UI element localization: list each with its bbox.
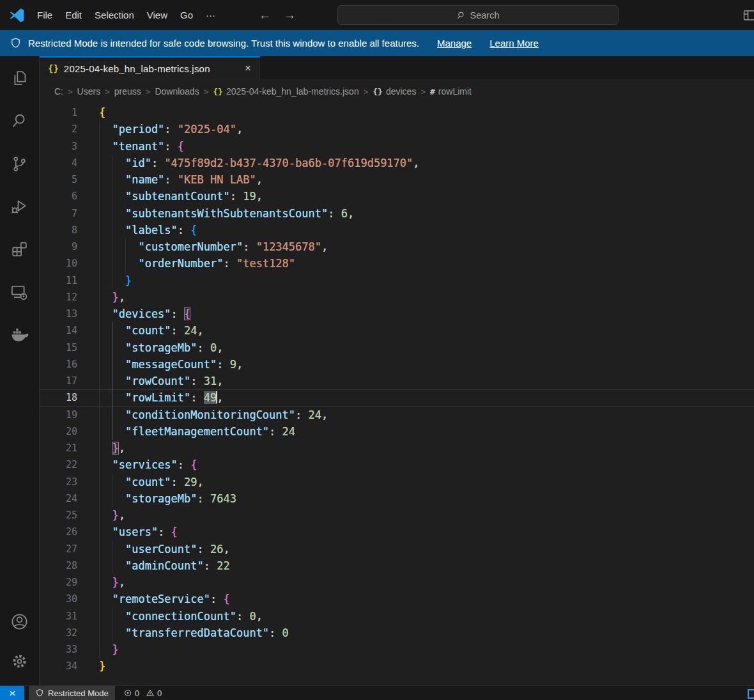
menu-view[interactable]: View bbox=[141, 7, 174, 23]
code-line[interactable]: 33} bbox=[40, 641, 754, 658]
code-text: }, bbox=[94, 289, 754, 306]
breadcrumb-item[interactable]: Downloads bbox=[155, 86, 199, 97]
indent-guide bbox=[99, 423, 112, 440]
activity-settings[interactable] bbox=[5, 646, 35, 676]
code-line[interactable]: 31"connectionCount": 0, bbox=[40, 608, 754, 625]
code-line[interactable]: 32"transferredDataCount": 0 bbox=[40, 625, 754, 641]
menu-edit[interactable]: Edit bbox=[59, 7, 88, 23]
activity-run-and-debug[interactable] bbox=[5, 191, 35, 222]
code-line[interactable]: 21}, bbox=[40, 440, 754, 456]
command-center-search[interactable]: Search bbox=[337, 5, 619, 25]
code-line[interactable]: 11} bbox=[40, 272, 754, 289]
indent-guide bbox=[112, 188, 125, 205]
nav-forward-button[interactable]: → bbox=[284, 8, 296, 22]
indent-guide bbox=[99, 205, 112, 222]
code-line[interactable]: 29}, bbox=[40, 574, 754, 591]
code-line[interactable]: 25}, bbox=[40, 507, 754, 524]
breadcrumb-item[interactable]: Users bbox=[77, 86, 101, 97]
code-text: }, bbox=[94, 440, 754, 456]
breadcrumb-label: Downloads bbox=[155, 86, 199, 97]
code-text: "rowLimit": 49, bbox=[94, 389, 754, 406]
line-number: 21 bbox=[40, 440, 94, 456]
code-line[interactable]: 34} bbox=[40, 658, 754, 674]
activity-extensions[interactable] bbox=[5, 234, 35, 265]
code-line[interactable]: 14"count": 24, bbox=[40, 322, 754, 339]
line-number: 5 bbox=[40, 171, 94, 188]
line-number: 1 bbox=[40, 104, 94, 121]
code-text: "count": 24, bbox=[94, 322, 754, 339]
indent-guide bbox=[99, 524, 112, 540]
code-text: "labels": { bbox=[94, 222, 754, 238]
docker-icon bbox=[10, 325, 29, 345]
breadcrumb-item[interactable]: {}devices bbox=[373, 86, 416, 97]
status-bar: Restricted Mode 0 0 bbox=[0, 685, 754, 700]
status-restricted-mode[interactable]: Restricted Mode bbox=[29, 686, 115, 700]
code-line[interactable]: 1{ bbox=[40, 104, 754, 121]
breadcrumb-item[interactable]: #rowLimit bbox=[430, 86, 472, 97]
code-line[interactable]: 23"count": 29, bbox=[40, 474, 754, 490]
activity-docker[interactable] bbox=[5, 320, 35, 350]
code-text: "remoteService": { bbox=[94, 591, 754, 607]
code-line[interactable]: 30"remoteService": { bbox=[40, 591, 754, 607]
breadcrumb-item[interactable]: C: bbox=[54, 86, 63, 97]
code-line[interactable]: 12}, bbox=[40, 289, 754, 306]
menu-[interactable]: ··· bbox=[199, 7, 222, 23]
line-number: 29 bbox=[40, 574, 94, 591]
code-editor[interactable]: 1{2"period": "2025-04",3"tenant": {4"id"… bbox=[40, 103, 754, 685]
indent-guide bbox=[99, 356, 112, 373]
breadcrumb-item[interactable]: preuss bbox=[114, 86, 141, 97]
code-line[interactable]: 24"storageMb": 7643 bbox=[40, 490, 754, 507]
activity-search[interactable] bbox=[5, 105, 35, 136]
manage-link[interactable]: Manage bbox=[437, 38, 472, 49]
line-number: 9 bbox=[40, 238, 94, 255]
code-text: { bbox=[94, 104, 754, 121]
indent-guide bbox=[99, 641, 112, 658]
search-icon bbox=[457, 11, 466, 20]
activity-remote-explorer[interactable] bbox=[5, 277, 35, 307]
code-line[interactable]: 16"messageCount": 9, bbox=[40, 356, 754, 373]
code-line[interactable]: 18"rowLimit": 49, bbox=[40, 389, 754, 406]
menu-file[interactable]: File bbox=[31, 7, 59, 23]
code-line[interactable]: 6"subtenantCount": 19, bbox=[40, 188, 754, 205]
code-line[interactable]: 17"rowCount": 31, bbox=[40, 373, 754, 389]
code-line[interactable]: 10"orderNumber": "test128" bbox=[40, 255, 754, 272]
code-line[interactable]: 4"id": "475f89d2-b437-4370-ba6b-07f619d5… bbox=[40, 155, 754, 171]
code-line[interactable]: 9"customerNumber": "12345678", bbox=[40, 238, 754, 255]
activity-source-control[interactable] bbox=[5, 148, 35, 179]
layout-customize-icon[interactable] bbox=[742, 8, 754, 24]
code-line[interactable]: 19"conditionMonitoringCount": 24, bbox=[40, 407, 754, 423]
status-problems[interactable]: 0 0 bbox=[123, 686, 165, 700]
indent-guide bbox=[99, 272, 112, 289]
tab-metrics-json[interactable]: {} 2025-04-keb_hn_lab-metrics.json × bbox=[40, 56, 260, 79]
code-line[interactable]: 15"storageMb": 0, bbox=[40, 339, 754, 356]
tab-close-icon[interactable]: × bbox=[243, 62, 253, 75]
code-line[interactable]: 22"services": { bbox=[40, 456, 754, 473]
menu-go[interactable]: Go bbox=[174, 7, 199, 23]
code-line[interactable]: 13"devices": { bbox=[40, 306, 754, 322]
code-line[interactable]: 26"users": { bbox=[40, 524, 754, 540]
code-line[interactable]: 7"subtenantsWithSubtenantsCount": 6, bbox=[40, 205, 754, 222]
code-line[interactable]: 3"tenant": { bbox=[40, 138, 754, 155]
indent-guide bbox=[112, 423, 125, 440]
line-number: 19 bbox=[40, 407, 94, 423]
breadcrumb-item[interactable]: {}2025-04-keb_hn_lab-metrics.json bbox=[213, 86, 358, 97]
learn-more-link[interactable]: Learn More bbox=[489, 38, 539, 49]
remote-indicator[interactable] bbox=[0, 686, 24, 700]
line-number: 4 bbox=[40, 155, 94, 171]
activity-accounts[interactable] bbox=[5, 606, 35, 637]
breadcrumb: C:>Users>preuss>Downloads>{}2025-04-keb_… bbox=[40, 80, 754, 103]
indent-guide bbox=[112, 356, 125, 373]
code-line[interactable]: 28"adminCount": 22 bbox=[40, 557, 754, 574]
code-line[interactable]: 5"name": "KEB HN LAB", bbox=[40, 171, 754, 188]
remote-icon bbox=[10, 283, 29, 302]
code-line[interactable]: 27"userCount": 26, bbox=[40, 541, 754, 557]
code-line[interactable]: 8"labels": { bbox=[40, 222, 754, 238]
code-line[interactable]: 20"fleetManagementCount": 24 bbox=[40, 423, 754, 440]
menu-selection[interactable]: Selection bbox=[88, 7, 141, 23]
nav-back-button[interactable]: ← bbox=[259, 8, 271, 22]
code-line[interactable]: 2"period": "2025-04", bbox=[40, 121, 754, 137]
search-placeholder: Search bbox=[470, 10, 500, 20]
activity-explorer[interactable] bbox=[5, 63, 35, 93]
indent-guide bbox=[112, 625, 125, 641]
symbol-object-icon: {} bbox=[373, 87, 383, 97]
